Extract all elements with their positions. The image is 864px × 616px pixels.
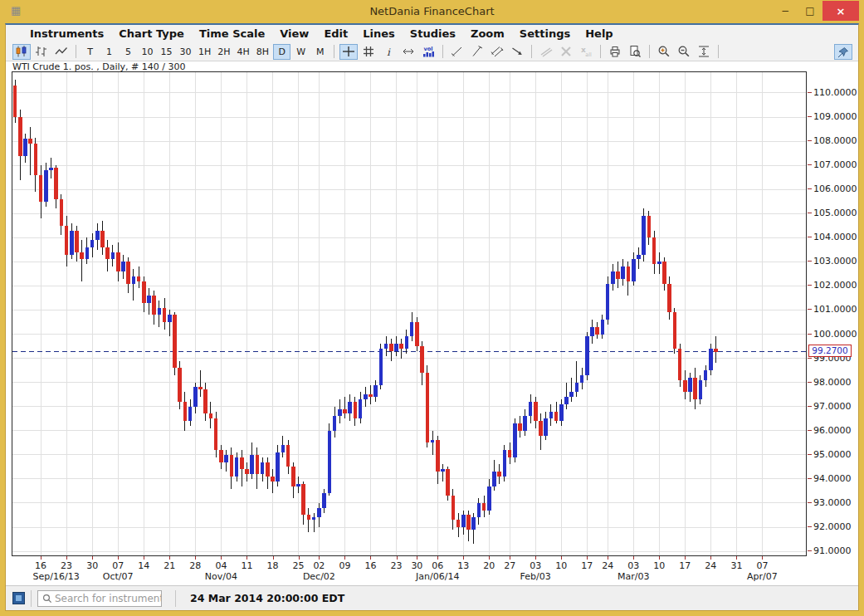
zoom-out-icon <box>677 45 691 58</box>
instrument-search[interactable] <box>37 590 162 607</box>
menu-item-lines[interactable]: Lines <box>355 27 403 41</box>
statusbar-separator <box>31 590 32 607</box>
remove-line-button[interactable] <box>537 44 555 60</box>
timeframe-button-30[interactable]: 30 <box>177 44 194 60</box>
info-cursor-icon: i <box>382 45 395 58</box>
price-axis-label: 95.0000 <box>813 449 852 460</box>
trendline-anchor-button[interactable] <box>448 44 466 60</box>
zoom-out-button[interactable] <box>675 44 693 60</box>
time-axis-day-label: 17 <box>581 560 593 571</box>
candlestick-chart-button[interactable] <box>12 44 31 60</box>
timeframe-button-2H[interactable]: 2H <box>215 44 232 60</box>
toolbar-separator <box>531 45 532 58</box>
menu-item-view[interactable]: View <box>272 27 316 41</box>
time-tick-mark <box>633 556 634 560</box>
time-tick-mark <box>710 556 711 560</box>
delete-line-button[interactable] <box>557 44 575 60</box>
arrow-line-button[interactable] <box>508 44 526 60</box>
price-tick-mark <box>808 188 812 189</box>
price-tick-mark <box>808 261 812 262</box>
print-button[interactable] <box>606 44 624 60</box>
svg-text:vol: vol <box>424 46 433 52</box>
price-axis-tick: 103.0000 <box>808 256 857 266</box>
minimize-button[interactable]: − <box>773 1 798 21</box>
time-axis-month-label: Mar/03 <box>617 571 649 582</box>
price-axis-tick: 95.0000 <box>808 449 852 460</box>
trendline-button[interactable] <box>468 44 486 60</box>
price-axis-tick: 110.0000 <box>808 87 857 98</box>
time-tick-mark <box>685 556 686 560</box>
toolbar-separator <box>334 45 334 58</box>
ohlc-bar-chart-icon <box>35 45 48 58</box>
menu-item-studies[interactable]: Studies <box>403 27 463 41</box>
time-tick-mark <box>299 556 300 560</box>
print-preview-button[interactable] <box>626 44 644 60</box>
price-axis-label: 105.0000 <box>813 208 857 218</box>
window-controls: − □ × <box>773 1 859 21</box>
price-tick-mark <box>808 502 812 503</box>
timeframe-button-1H[interactable]: 1H <box>196 44 213 60</box>
timeframe-button-5[interactable]: 5 <box>120 44 137 60</box>
search-input[interactable] <box>55 593 161 604</box>
timeframe-button-T[interactable]: T <box>81 44 99 60</box>
connection-status-icon[interactable] <box>12 592 25 604</box>
price-tick-mark <box>808 334 812 335</box>
ohlc-bar-chart-button[interactable] <box>32 44 51 60</box>
timeframe-button-M[interactable]: M <box>311 44 329 60</box>
timeframe-button-8H[interactable]: 8H <box>254 44 271 60</box>
fit-vertical-button[interactable] <box>695 44 713 60</box>
time-tick-mark <box>535 556 536 560</box>
parallel-lines-button[interactable] <box>488 44 506 60</box>
time-axis-day-label: 10 <box>555 560 567 571</box>
trendline-icon <box>471 45 484 58</box>
menu-item-settings[interactable]: Settings <box>512 27 578 41</box>
timeframe-button-4H[interactable]: 4H <box>235 44 252 60</box>
price-tick-mark <box>808 526 812 527</box>
pin-panel-button[interactable] <box>834 44 852 60</box>
time-tick-mark <box>463 556 464 560</box>
time-tick-mark <box>273 556 274 560</box>
time-tick-mark <box>587 556 588 560</box>
price-tick-mark <box>808 430 812 431</box>
last-update-timestamp: 24 Mar 2014 20:00:00 EDT <box>190 592 344 604</box>
price-tick-mark <box>808 285 812 286</box>
status-bar: 24 Mar 2014 20:00:00 EDT <box>6 585 858 610</box>
menu-item-edit[interactable]: Edit <box>316 27 355 41</box>
chart-area: WTI Crude 1. pos. , Daily, # 140 / 300 1… <box>6 61 858 585</box>
price-chart-plot[interactable] <box>12 71 807 556</box>
menu-item-time-scale[interactable]: Time Scale <box>192 27 272 41</box>
delete-all-lines-button[interactable]: xall <box>577 44 595 60</box>
menu-item-instruments[interactable]: Instruments <box>22 27 111 41</box>
bar-spacing-button[interactable] <box>399 44 417 60</box>
close-button[interactable]: × <box>823 1 859 21</box>
timeframe-button-15[interactable]: 15 <box>158 44 175 60</box>
time-axis-day-label: 02 <box>313 560 325 571</box>
time-axis-day-label: 09 <box>339 560 350 571</box>
time-tick-mark <box>561 556 562 560</box>
menu-item-help[interactable]: Help <box>578 27 620 41</box>
volume-panel-icon: vol <box>422 45 435 58</box>
price-tick-mark <box>808 92 812 93</box>
info-cursor-button[interactable]: i <box>379 44 398 60</box>
time-tick-mark <box>489 556 490 560</box>
maximize-button[interactable]: □ <box>798 1 823 21</box>
line-chart-button[interactable] <box>52 44 71 60</box>
trendline-anchor-icon <box>451 45 464 58</box>
timeframe-button-1[interactable]: 1 <box>100 44 118 60</box>
timeframe-button-D[interactable]: D <box>273 44 290 60</box>
price-axis-label: 108.0000 <box>813 135 857 146</box>
price-tick-mark <box>808 164 812 165</box>
time-axis-day-label: 16 <box>35 560 46 571</box>
volume-panel-button[interactable]: vol <box>419 44 437 60</box>
time-axis-day-label: 17 <box>679 560 691 571</box>
grid-toggle-button[interactable] <box>359 44 378 60</box>
crosshair-button[interactable] <box>339 44 358 60</box>
zoom-in-button[interactable] <box>655 44 673 60</box>
titlebar[interactable]: ▦ NetDania FinanceChart − □ × <box>0 0 864 23</box>
menu-item-zoom[interactable]: Zoom <box>463 27 512 41</box>
timeframe-button-W[interactable]: W <box>292 44 310 60</box>
timeframe-button-10[interactable]: 10 <box>139 44 156 60</box>
zoom-in-icon <box>657 45 671 58</box>
time-tick-mark <box>608 556 608 560</box>
menu-item-chart-type[interactable]: Chart Type <box>111 27 192 41</box>
